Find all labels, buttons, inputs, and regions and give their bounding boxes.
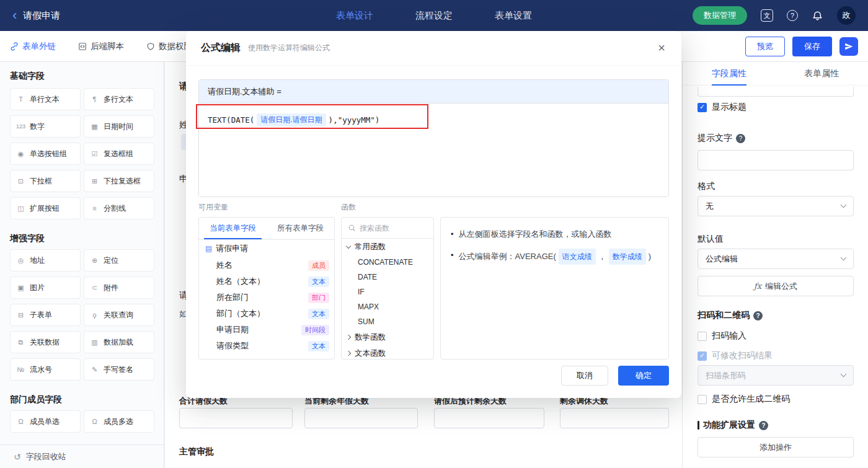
tab-process-setting[interactable]: 流程设定 — [415, 10, 453, 22]
tab-field-properties[interactable]: 字段属性 — [683, 62, 776, 85]
field-recycle-bin[interactable]: ↺ 字段回收站 — [0, 444, 164, 468]
function-item-if[interactable]: IF — [342, 285, 433, 299]
show-title-checkbox[interactable]: 显示标题 — [698, 102, 746, 113]
field-type-linked-query[interactable]: ϙ关联查询 — [84, 304, 154, 326]
field-type-multi-line-text[interactable]: ¶多行文本 — [84, 88, 154, 110]
help-line: • 从左侧面板选择字段名和函数，或输入函数 — [451, 227, 658, 241]
field-type-label: 手写签名 — [104, 364, 133, 375]
question-icon[interactable]: ? — [759, 421, 768, 430]
variable-name: 请假类型 — [216, 340, 249, 351]
variable-row[interactable]: 姓名 成员 — [199, 257, 334, 273]
help-icon[interactable]: ? — [787, 10, 798, 21]
toolbar-item-label: 表单外链 — [22, 41, 56, 52]
edit-formula-button[interactable]: ƒx 编辑公式 — [698, 276, 854, 296]
data-manage-button[interactable]: 数据管理 — [693, 6, 747, 25]
function-group-text[interactable]: 文本函数 — [342, 345, 433, 360]
field-type-label: 单选按钮组 — [30, 149, 67, 159]
calendar-icon: ▦ — [89, 123, 100, 131]
field-type-member-single[interactable]: Ω成员单选 — [10, 410, 81, 433]
field-type-location[interactable]: ⊕定位 — [84, 249, 154, 272]
function-group-common[interactable]: 常用函数 — [342, 239, 433, 255]
tab-form-setting[interactable]: 表单设置 — [495, 10, 532, 22]
expected-remaining-days-input[interactable] — [434, 408, 544, 428]
function-item-sum[interactable]: SUM — [342, 314, 433, 329]
tab-form-properties[interactable]: 表单属性 — [776, 62, 868, 85]
toolbar-item-backend-script[interactable]: 后端脚本 — [78, 41, 124, 52]
variable-row[interactable]: 申请日期 时间段 — [199, 322, 334, 338]
toolbar-actions: 预览 保存 — [745, 37, 858, 56]
field-chip[interactable]: 请假日期.请假日期 — [257, 113, 326, 126]
function-item-concatenate[interactable]: CONCATENATE — [342, 255, 433, 270]
multi-line-text-icon: ¶ — [89, 95, 100, 103]
variable-row[interactable]: 姓名（文本） 文本 — [199, 273, 334, 289]
tab-current-form-fields[interactable]: 当前表单字段 — [199, 218, 267, 239]
tab-form-design[interactable]: 表单设计 — [336, 10, 373, 22]
field-type-attachment[interactable]: ⊂附件 — [84, 276, 154, 299]
help-text: 公式编辑举例：AVERAGE(语文成绩，数学成绩) — [459, 249, 652, 265]
field-type-label: 关联数据 — [30, 337, 60, 348]
preview-button[interactable]: 预览 — [745, 37, 785, 56]
field-type-number[interactable]: 123数字 — [10, 115, 81, 138]
form-tree-root[interactable]: ▤ 请假申请 — [199, 240, 334, 257]
language-icon[interactable]: 文 — [761, 9, 773, 22]
field-type-signature[interactable]: ✎手写签名 — [84, 358, 154, 381]
field-type-dropdown[interactable]: ⊡下拉框 — [10, 170, 81, 192]
scan-input-checkbox[interactable]: 扫码输入 — [698, 330, 746, 342]
function-item-date[interactable]: DATE — [342, 270, 433, 285]
save-button[interactable]: 保存 — [792, 37, 832, 56]
hint-text-input[interactable] — [698, 150, 854, 170]
field-type-extend-button[interactable]: ◫扩展按钮 — [10, 197, 81, 219]
tab-all-form-fields[interactable]: 所有表单字段 — [267, 218, 334, 239]
avatar[interactable]: 政 — [837, 6, 856, 25]
default-value-select[interactable]: 公式编辑 — [698, 249, 854, 269]
cancel-button[interactable]: 取消 — [561, 366, 608, 386]
remaining-annual-days-input[interactable] — [304, 408, 418, 428]
confirm-button[interactable]: 确定 — [618, 366, 669, 386]
field-type-serial-number[interactable]: №流水号 — [10, 358, 81, 381]
close-icon[interactable]: × — [654, 41, 669, 56]
variable-name: 申请日期 — [216, 324, 249, 335]
field-type-image[interactable]: ▣图片 — [10, 276, 81, 299]
search-input[interactable] — [360, 224, 427, 232]
function-group-label: 常用函数 — [355, 242, 386, 252]
format-select[interactable]: 无 — [698, 196, 854, 216]
address-icon: ◎ — [16, 257, 26, 265]
toolbar-item-data-permission[interactable]: 数据权限 — [146, 41, 192, 52]
field-type-linked-data[interactable]: ⧉关联数据 — [10, 331, 81, 353]
field-type-radio-group[interactable]: ◉单选按钮组 — [10, 143, 81, 165]
checkbox-checked-icon — [698, 103, 707, 112]
qr-allow-checkbox[interactable]: 是否允许生成二维码 — [698, 394, 790, 405]
chevron-down-icon — [841, 202, 847, 208]
field-type-label: 成员单选 — [30, 417, 60, 427]
total-leave-days-input[interactable] — [179, 408, 293, 428]
add-action-button[interactable]: 添加操作 — [698, 437, 854, 457]
formula-input-area[interactable]: TEXT(DATE( 请假日期.请假日期 ),"yyyyMM") — [199, 104, 668, 197]
field-type-datetime[interactable]: ▦日期时间 — [84, 115, 154, 138]
section-title-basic-fields: 基础字段 — [10, 71, 45, 82]
formula-target: 请假日期.文本辅助 = — [199, 80, 668, 104]
back-icon[interactable]: ‹ — [12, 9, 17, 22]
function-item-mapx[interactable]: MAPX — [342, 299, 433, 314]
field-type-dropdown-multi[interactable]: ⊞下拉复选框 — [84, 170, 154, 192]
properties-tabs: 字段属性 表单属性 — [683, 62, 868, 86]
toolbar-item-external-link[interactable]: 表单外链 — [10, 41, 56, 52]
notification-bell-icon[interactable] — [812, 10, 823, 22]
variable-row[interactable]: 所在部门 部门 — [199, 289, 334, 306]
question-icon[interactable]: ? — [736, 134, 745, 143]
field-type-divider[interactable]: ≡分割线 — [84, 197, 154, 219]
function-group-math[interactable]: 数学函数 — [342, 329, 433, 345]
variable-row[interactable]: 部门（文本） 文本 — [199, 306, 334, 322]
remaining-comp-days-input[interactable] — [560, 408, 669, 428]
variable-row[interactable]: 请假类型 文本 — [199, 338, 334, 354]
toolbar-item-label: 后端脚本 — [91, 41, 124, 52]
title-input-partial[interactable] — [698, 87, 854, 97]
field-type-subform[interactable]: ⊟子表单 — [10, 304, 81, 326]
field-type-single-line-text[interactable]: T单行文本 — [10, 88, 81, 110]
divider-icon: ≡ — [89, 205, 100, 212]
field-type-address[interactable]: ◎地址 — [10, 249, 81, 272]
question-icon[interactable]: ? — [753, 311, 763, 320]
share-button[interactable] — [839, 37, 858, 56]
field-type-data-load[interactable]: ▥数据加载 — [84, 331, 154, 353]
field-type-member-multi[interactable]: Ω成员多选 — [84, 410, 154, 433]
field-type-checkbox-group[interactable]: ☑复选框组 — [84, 143, 154, 165]
